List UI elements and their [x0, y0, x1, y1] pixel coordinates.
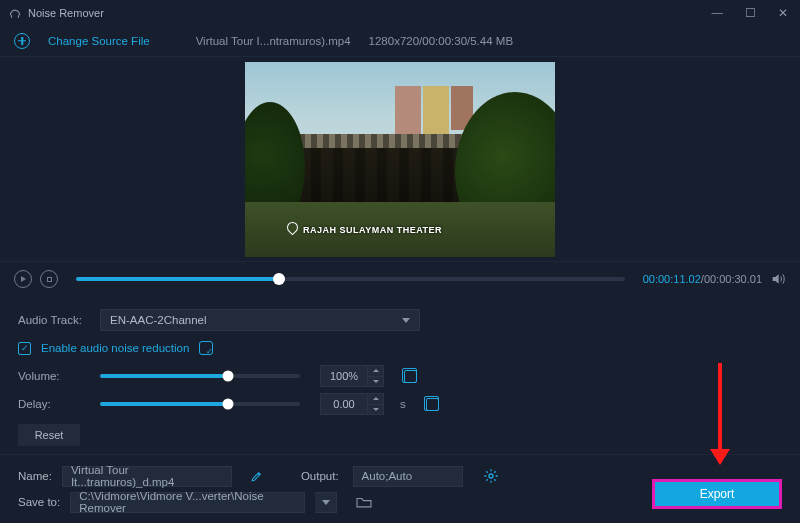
- playback-time: 00:00:11.02/00:00:30.01: [643, 273, 762, 285]
- speaker-icon[interactable]: [770, 271, 786, 287]
- delay-apply-all-icon[interactable]: [426, 398, 439, 411]
- volume-apply-all-icon[interactable]: [404, 370, 417, 383]
- title-bar: Noise Remover — ☐ ✕: [0, 0, 800, 25]
- preview-caption: RAJAH SULAYMAN THEATER: [303, 225, 442, 235]
- saveto-field[interactable]: C:\Vidmore\Vidmore V...verter\Noise Remo…: [70, 492, 305, 513]
- volume-stepper[interactable]: [368, 365, 384, 387]
- edit-name-icon[interactable]: [250, 470, 263, 483]
- svg-point-0: [489, 474, 493, 478]
- open-folder-icon[interactable]: [355, 495, 373, 509]
- play-button[interactable]: [14, 270, 32, 288]
- preview-panel: RAJAH SULAYMAN THEATER: [0, 57, 800, 262]
- source-filename: Virtual Tour I...ntramuros).mp4: [196, 35, 351, 47]
- noise-reduction-label: Enable audio noise reduction: [41, 342, 189, 354]
- source-bar: Change Source File Virtual Tour I...ntra…: [0, 25, 800, 57]
- name-label: Name:: [18, 470, 52, 482]
- noise-remover-window: Noise Remover — ☐ ✕ Change Source File V…: [0, 0, 800, 523]
- output-name-field[interactable]: Virtual Tour It...tramuros)_d.mp4: [62, 466, 232, 487]
- noise-reduction-icon[interactable]: [199, 341, 213, 355]
- app-logo-icon: [8, 6, 22, 20]
- playback-controls: 00:00:11.02/00:00:30.01: [0, 262, 800, 296]
- current-time: 00:00:11.02: [643, 273, 701, 285]
- audio-track-label: Audio Track:: [18, 314, 90, 326]
- audio-track-select[interactable]: EN-AAC-2Channel: [100, 309, 420, 331]
- seek-slider[interactable]: [76, 277, 625, 281]
- volume-field[interactable]: [320, 365, 368, 387]
- output-settings-icon[interactable]: [483, 468, 499, 484]
- total-time: /00:00:30.01: [701, 273, 762, 285]
- source-metadata: 1280x720/00:00:30/5.44 MB: [369, 35, 514, 47]
- saveto-dropdown-button[interactable]: [315, 492, 337, 513]
- audio-controls-panel: Audio Track: EN-AAC-2Channel Enable audi…: [0, 296, 800, 454]
- audio-track-value: EN-AAC-2Channel: [110, 314, 207, 326]
- output-format-label: Output:: [301, 470, 339, 482]
- delay-slider[interactable]: [100, 402, 300, 406]
- delay-stepper[interactable]: [368, 393, 384, 415]
- add-source-icon[interactable]: [14, 33, 30, 49]
- saveto-label: Save to:: [18, 496, 60, 508]
- delay-label: Delay:: [18, 398, 90, 410]
- annotation-arrow: [718, 363, 722, 463]
- minimize-button[interactable]: —: [708, 4, 728, 22]
- delay-unit: s: [400, 398, 406, 410]
- chevron-down-icon: [402, 318, 410, 323]
- maximize-button[interactable]: ☐: [741, 4, 760, 22]
- reset-button[interactable]: Reset: [18, 424, 80, 446]
- close-button[interactable]: ✕: [774, 4, 792, 22]
- volume-label: Volume:: [18, 370, 90, 382]
- app-title: Noise Remover: [28, 7, 104, 19]
- stop-button[interactable]: [40, 270, 58, 288]
- video-preview[interactable]: RAJAH SULAYMAN THEATER: [245, 62, 555, 257]
- noise-reduction-checkbox[interactable]: [18, 342, 31, 355]
- output-format-field[interactable]: Auto;Auto: [353, 466, 463, 487]
- delay-field[interactable]: [320, 393, 368, 415]
- export-button[interactable]: Export: [652, 479, 782, 509]
- volume-slider[interactable]: [100, 374, 300, 378]
- change-source-link[interactable]: Change Source File: [48, 35, 150, 47]
